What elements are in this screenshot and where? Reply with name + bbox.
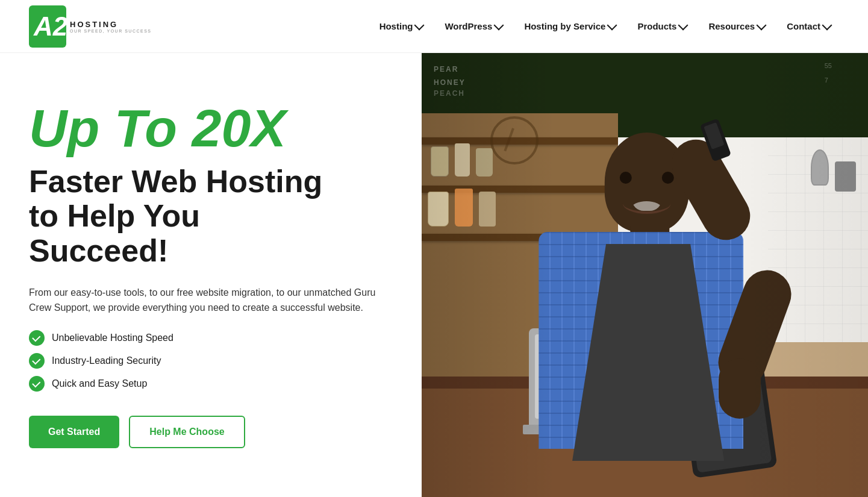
- nav-label-contact: Contact: [787, 21, 820, 31]
- svg-text:A2: A2: [33, 11, 66, 41]
- nav-label-wordpress: WordPress: [445, 21, 492, 31]
- feature-label-speed: Unbelievable Hosting Speed: [52, 333, 173, 343]
- logo-icon: A2: [29, 5, 66, 48]
- chevron-down-icon: [678, 20, 688, 31]
- chevron-down-icon: [757, 20, 767, 31]
- nav-label-hosting: Hosting: [379, 21, 413, 31]
- check-icon-security: [29, 353, 45, 369]
- hero-photo: PEAR HONEY PEACH 55 7: [422, 53, 868, 497]
- nav-item-wordpress[interactable]: WordPress: [436, 16, 511, 36]
- headline-line2: to Help You: [29, 198, 200, 233]
- feature-label-security: Industry-Leading Security: [52, 355, 161, 366]
- nav-label-resources: Resources: [708, 21, 755, 31]
- nav-label-hosting-by-service: Hosting by Service: [524, 21, 605, 31]
- nav-item-contact[interactable]: Contact: [778, 16, 839, 36]
- help-me-choose-button[interactable]: Help Me Choose: [129, 416, 245, 448]
- logo[interactable]: A2 HOSTING OUR SPEED, YOUR SUCCESS: [29, 5, 152, 48]
- features-list: Unbelievable Hosting Speed Industry-Lead…: [29, 330, 393, 392]
- logo-tagline: OUR SPEED, YOUR SUCCESS: [70, 29, 152, 33]
- chevron-down-icon: [607, 20, 617, 31]
- person-hand: [719, 358, 761, 419]
- nav-label-products: Products: [637, 21, 676, 31]
- hero-section: Up To 20X Faster Web Hosting to Help You…: [0, 53, 868, 497]
- feature-item-speed: Unbelievable Hosting Speed: [29, 330, 393, 346]
- logo-text: HOSTING OUR SPEED, YOUR SUCCESS: [70, 20, 152, 33]
- chevron-down-icon: [494, 20, 504, 31]
- feature-label-setup: Quick and Easy Setup: [52, 378, 147, 389]
- nav-item-hosting[interactable]: Hosting: [371, 16, 432, 36]
- check-icon-speed: [29, 330, 45, 346]
- check-icon-setup: [29, 376, 45, 392]
- person-head: [604, 133, 688, 232]
- feature-item-setup: Quick and Easy Setup: [29, 376, 393, 392]
- nav-item-resources[interactable]: Resources: [700, 16, 773, 36]
- nav-item-products[interactable]: Products: [629, 16, 695, 36]
- feature-item-security: Industry-Leading Security: [29, 353, 393, 369]
- nav-item-hosting-by-service[interactable]: Hosting by Service: [516, 16, 624, 36]
- hero-description: From our easy-to-use tools, to our free …: [29, 285, 393, 316]
- hero-image: PEAR HONEY PEACH 55 7: [422, 53, 868, 497]
- hero-headline: Faster Web Hosting to Help You Succeed!: [29, 164, 393, 268]
- chevron-down-icon: [414, 20, 425, 31]
- hero-content: Up To 20X Faster Web Hosting to Help You…: [0, 53, 422, 497]
- cta-buttons: Get Started Help Me Choose: [29, 416, 393, 448]
- hero-speed-text: Up To 20X: [29, 102, 393, 155]
- navbar: A2 HOSTING OUR SPEED, YOUR SUCCESS Hosti…: [0, 0, 868, 53]
- nav-menu: Hosting WordPress Hosting by Service Pro…: [371, 16, 839, 36]
- headline-line3: Succeed!: [29, 233, 168, 268]
- headline-line1: Faster Web Hosting: [29, 164, 322, 199]
- chevron-down-icon: [822, 20, 832, 31]
- get-started-button[interactable]: Get Started: [29, 416, 119, 448]
